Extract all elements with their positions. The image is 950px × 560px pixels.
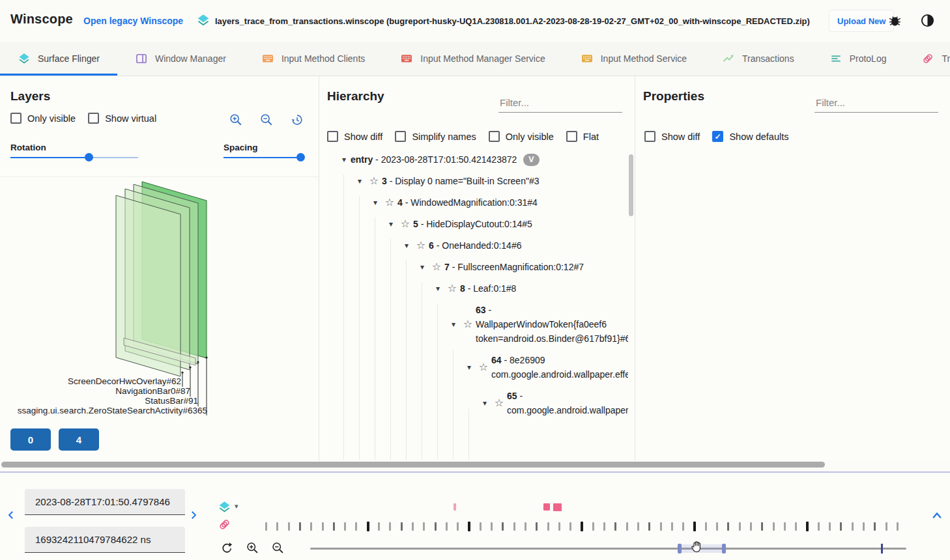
chevron-down-icon[interactable]: ▾ <box>400 238 413 253</box>
star-icon[interactable]: ☆ <box>382 195 397 210</box>
ruler-tick <box>502 522 504 531</box>
checkbox-box[interactable]: ✓ <box>712 131 723 142</box>
transitions-trace-icon[interactable] <box>218 518 231 534</box>
next-entry-chevron-icon[interactable] <box>188 509 199 524</box>
checkbox-simplify-names[interactable]: Simplify names <box>395 131 476 142</box>
ruler-tick <box>784 522 786 531</box>
checkbox-only-visible[interactable]: Only visible <box>10 113 76 124</box>
tree-node-6[interactable]: ▾☆6 - OneHanded:0:14#6 <box>319 235 628 257</box>
checkbox-flat[interactable]: Flat <box>566 131 599 142</box>
display-id-button[interactable]: 0 <box>10 428 51 451</box>
timeline-zoom-in-icon[interactable] <box>246 541 259 557</box>
refresh-icon[interactable] <box>220 541 233 557</box>
chevron-down-icon[interactable]: ▾ <box>369 195 382 210</box>
open-legacy-winscope-link[interactable]: Open legacy Winscope <box>83 16 183 26</box>
ruler-tick <box>795 522 797 531</box>
star-icon[interactable]: ☆ <box>413 238 429 253</box>
ruler-tick <box>513 522 515 531</box>
transition-marker[interactable] <box>453 503 456 511</box>
tree-node-63[interactable]: ▾☆63 - WallpaperWindowToken{fa0eef6 toke… <box>319 300 628 350</box>
surface-flinger-trace-icon[interactable] <box>218 500 231 516</box>
star-icon[interactable]: ☆ <box>476 360 491 374</box>
checkbox-show-virtual[interactable]: Show virtual <box>88 113 156 124</box>
chevron-down-icon[interactable]: ▾ <box>447 317 460 331</box>
checkbox-box[interactable] <box>566 131 577 142</box>
hierarchy-filter-input[interactable] <box>498 94 622 113</box>
collapse-timeline-chevron-icon[interactable] <box>930 510 943 523</box>
zoom-out-icon[interactable] <box>259 113 274 130</box>
ruler-tick <box>626 522 628 531</box>
tree-node-4[interactable]: ▾☆4 - WindowedMagnification:0:31#4 <box>319 192 628 214</box>
ruler-tick <box>446 522 448 531</box>
star-icon[interactable]: ☆ <box>397 217 413 231</box>
spacing-slider[interactable] <box>223 153 303 162</box>
timeline-zoom-out-icon[interactable] <box>271 541 285 557</box>
rotation-slider[interactable] <box>10 153 138 162</box>
tree-node-65[interactable]: ▾☆65 - com.google.android.wallpaper.effe… <box>319 385 628 421</box>
chevron-down-icon[interactable]: ▾ <box>384 217 397 231</box>
hierarchy-panel: Hierarchy Show diffSimplify namesOnly vi… <box>319 76 635 461</box>
tree-node-7[interactable]: ▾☆7 - FullscreenMagnification:0:12#7 <box>319 257 628 278</box>
checkbox-box[interactable] <box>644 131 655 142</box>
transition-marker[interactable] <box>553 503 562 511</box>
ruler-tick <box>333 522 335 531</box>
star-icon[interactable]: ☆ <box>366 174 382 188</box>
hierarchy-scrollbar[interactable] <box>629 154 633 216</box>
checkbox-box[interactable] <box>489 131 500 142</box>
star-icon[interactable]: ☆ <box>444 281 460 296</box>
transition-marker[interactable] <box>543 503 550 511</box>
star-icon[interactable]: ☆ <box>491 396 507 410</box>
tab-input-method-manager-service[interactable]: Input Method Manager Service <box>382 42 562 76</box>
properties-filter-input[interactable] <box>814 94 938 113</box>
reset-view-icon[interactable] <box>290 113 304 130</box>
timeline-range-slider[interactable] <box>310 548 906 550</box>
tree-node-64[interactable]: ▾☆64 - 8e26909 com.google.android.wallpa… <box>319 350 628 385</box>
chevron-down-icon[interactable]: ▾ <box>416 260 429 274</box>
tab-input-method-clients[interactable]: Input Method Clients <box>244 42 382 76</box>
checkbox-label: Show virtual <box>105 113 156 124</box>
tab-transactions[interactable]: Transactions <box>704 42 812 76</box>
ruler-tick <box>299 522 301 531</box>
horizontal-scrollbar-thumb[interactable] <box>1 462 825 468</box>
previous-entry-chevron-icon[interactable] <box>5 509 17 524</box>
chevron-down-icon[interactable]: ▾ <box>478 396 491 410</box>
selection-left-handle[interactable] <box>678 544 682 553</box>
star-icon[interactable]: ☆ <box>429 260 444 274</box>
upload-new-button[interactable]: Upload New <box>829 10 894 32</box>
selection-right-handle[interactable] <box>722 544 726 553</box>
checkbox-box[interactable] <box>10 113 22 124</box>
tree-node-8[interactable]: ▾☆8 - Leaf:0:1#8 <box>319 278 628 300</box>
tab-surface-flinger[interactable]: Surface Flinger <box>0 42 117 76</box>
checkbox-box[interactable] <box>327 131 338 142</box>
dark-mode-toggle-icon[interactable] <box>920 13 935 31</box>
chevron-down-icon[interactable]: ▾ <box>431 281 444 296</box>
horizontal-scrollbar[interactable] <box>0 461 950 469</box>
tab-window-manager[interactable]: Window Manager <box>117 42 244 76</box>
tab-protolog[interactable]: ProtoLog <box>812 42 904 76</box>
checkbox-show-defaults[interactable]: ✓Show defaults <box>712 131 788 142</box>
tab-tra[interactable]: Tra <box>904 42 950 76</box>
checkbox-box[interactable] <box>88 113 99 124</box>
tab-label: Window Manager <box>155 53 226 64</box>
chevron-down-icon[interactable]: ▾ <box>338 152 351 167</box>
zoom-in-icon[interactable] <box>229 113 243 130</box>
human-timestamp-input[interactable] <box>25 489 185 515</box>
tab-label: Tra <box>942 53 950 64</box>
checkbox-show-diff[interactable]: Show diff <box>644 131 700 142</box>
checkbox-show-diff[interactable]: Show diff <box>327 131 382 142</box>
tree-node-3[interactable]: ▾☆3 - Display 0 name="Built-in Screen"#3 <box>319 171 628 192</box>
tab-input-method-service[interactable]: Input Method Service <box>563 42 704 76</box>
star-icon[interactable]: ☆ <box>460 317 476 331</box>
checkbox-only-visible[interactable]: Only visible <box>489 131 554 142</box>
trace-selector-caret-icon[interactable]: ▾ <box>235 502 238 511</box>
checkbox-box[interactable] <box>395 131 406 142</box>
tree-node-entry[interactable]: ▾entry - 2023-08-28T17:01:50.421423872V <box>319 149 628 171</box>
bug-report-icon[interactable] <box>888 14 902 30</box>
display-id-button[interactable]: 4 <box>59 428 99 451</box>
chevron-down-icon[interactable]: ▾ <box>463 360 476 374</box>
tree-node-5[interactable]: ▾☆5 - HideDisplayCutout:0:14#5 <box>319 214 628 235</box>
chevron-down-icon[interactable]: ▾ <box>353 174 366 188</box>
nanosecond-timestamp-input[interactable] <box>25 527 185 553</box>
ruler-tick <box>727 522 729 531</box>
ruler-tick <box>705 522 707 531</box>
